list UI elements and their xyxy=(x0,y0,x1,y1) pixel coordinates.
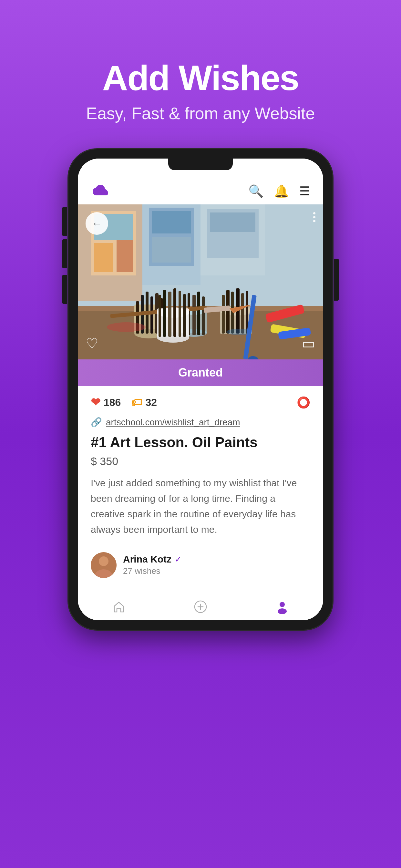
bookmarks-count: 32 xyxy=(145,397,157,408)
app-logo xyxy=(91,183,110,199)
product-title: #1 Art Lesson. Oil Paints xyxy=(91,434,310,451)
user-avatar xyxy=(91,552,117,578)
product-link[interactable]: artschool.com/wishlist_art_dream xyxy=(106,417,240,428)
phone-frame: 🔍 🔔 ☰ xyxy=(68,149,333,630)
svg-rect-54 xyxy=(174,288,176,337)
nav-add[interactable] xyxy=(193,600,208,614)
status-bar xyxy=(78,159,323,178)
svg-rect-4 xyxy=(94,243,113,272)
heart-icon: ❤ xyxy=(91,396,100,409)
likes-stat: ❤ 186 xyxy=(91,396,121,409)
svg-rect-56 xyxy=(183,294,186,337)
menu-icon[interactable]: ☰ xyxy=(299,184,310,198)
svg-rect-38 xyxy=(241,293,244,334)
link-row: 🔗 artschool.com/wishlist_art_dream xyxy=(91,417,310,428)
header-icons: 🔍 🔔 ☰ xyxy=(248,184,310,198)
page-title: Add Wishes xyxy=(86,58,315,97)
author-wishes: 27 wishes xyxy=(123,566,310,576)
user-name-row: Arina Kotz ✓ xyxy=(123,554,310,565)
user-info: Arina Kotz ✓ 27 wishes xyxy=(123,554,310,576)
nav-profile[interactable] xyxy=(275,600,289,614)
stats-row: ❤ 186 🏷 32 ⭕ xyxy=(91,396,310,409)
svg-rect-12 xyxy=(210,213,255,232)
svg-rect-55 xyxy=(179,291,181,337)
user-row: Arina Kotz ✓ 27 wishes xyxy=(91,547,310,583)
svg-rect-52 xyxy=(163,290,166,337)
svg-point-64 xyxy=(278,609,287,614)
svg-rect-35 xyxy=(226,290,229,334)
link-icon: 🔗 xyxy=(91,417,102,428)
product-description: I've just added something to my wishlist… xyxy=(91,475,310,537)
phone-mockup: 🔍 🔔 ☰ xyxy=(68,149,333,630)
svg-rect-5 xyxy=(117,240,133,272)
notch xyxy=(168,159,233,170)
svg-rect-53 xyxy=(168,291,172,337)
likes-count: 186 xyxy=(104,397,121,408)
phone-screen: 🔍 🔔 ☰ xyxy=(78,159,323,620)
svg-point-63 xyxy=(280,602,285,607)
bookmark-icon: 🏷 xyxy=(131,396,142,409)
image-heart-icon[interactable]: ♡ xyxy=(86,335,98,352)
svg-rect-29 xyxy=(192,295,196,335)
page-subtitle: Easy, Fast & from any Website xyxy=(86,104,315,123)
granted-label: Granted xyxy=(178,366,223,379)
image-more-icon[interactable] xyxy=(313,212,315,222)
search-icon[interactable]: 🔍 xyxy=(248,184,264,198)
share-icon[interactable]: ⭕ xyxy=(297,396,310,409)
nav-home[interactable] xyxy=(112,600,126,614)
bottom-nav xyxy=(78,593,323,620)
svg-rect-34 xyxy=(222,295,225,334)
svg-rect-51 xyxy=(158,295,161,337)
verified-badge: ✓ xyxy=(175,554,182,564)
svg-point-46 xyxy=(107,322,146,332)
bookmarks-stat: 🏷 32 xyxy=(131,396,157,409)
svg-rect-8 xyxy=(152,211,191,234)
granted-banner: Granted xyxy=(78,360,323,386)
product-content: ❤ 186 🏷 32 ⭕ 🔗 artschool.com/wishlist_ar… xyxy=(78,386,323,593)
bell-icon[interactable]: 🔔 xyxy=(274,184,289,198)
stats-left: ❤ 186 🏷 32 xyxy=(91,396,157,409)
svg-rect-30 xyxy=(197,291,200,335)
product-price: $ 350 xyxy=(91,455,310,468)
svg-rect-21 xyxy=(150,297,153,334)
app-header: 🔍 🔔 ☰ xyxy=(78,178,323,205)
back-button[interactable]: ← xyxy=(86,212,108,235)
svg-rect-31 xyxy=(202,297,205,335)
svg-rect-9 xyxy=(152,237,191,262)
promo-header: Add Wishes Easy, Fast & from any Website xyxy=(86,0,315,149)
svg-point-60 xyxy=(99,556,109,566)
product-image: ← ♡ ▭ xyxy=(78,205,323,360)
image-bookmark-icon[interactable]: ▭ xyxy=(302,335,315,352)
author-name: Arina Kotz xyxy=(123,554,172,565)
